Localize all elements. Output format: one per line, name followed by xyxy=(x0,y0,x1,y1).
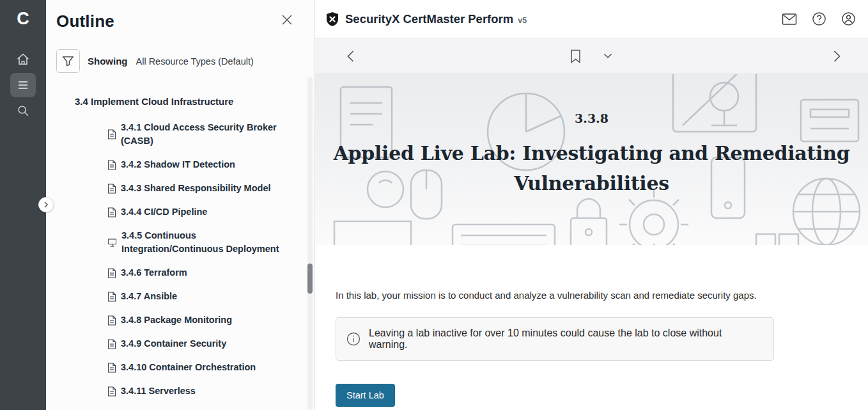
filter-button[interactable] xyxy=(56,49,80,73)
rail-search-button[interactable] xyxy=(10,99,36,123)
previous-page-button[interactable] xyxy=(342,48,359,65)
mail-icon xyxy=(782,13,797,26)
chevron-right-icon xyxy=(833,50,841,63)
outline-scrollbar-track[interactable] xyxy=(307,77,313,410)
close-icon xyxy=(281,14,293,26)
menu-icon xyxy=(17,79,29,91)
outline-item[interactable]: 3.4.10 Container Orchestration xyxy=(107,361,285,374)
outline-item[interactable]: 3.4.5 Continuous Integration/Continuous … xyxy=(107,229,285,256)
comptia-logo: C xyxy=(17,6,29,31)
account-button[interactable] xyxy=(840,11,856,28)
inactivity-notice: Leaving a lab inactive for over 10 minut… xyxy=(336,317,774,361)
outline-item[interactable]: 3.4.9 Container Security xyxy=(107,337,285,351)
app-window: C xyxy=(0,0,868,410)
outline-scrollbar-thumb[interactable] xyxy=(307,264,313,294)
outline-item[interactable]: 3.4.6 Terraform xyxy=(107,266,285,280)
outline-section-title[interactable]: 3.4 Implement Cloud Infrastructure xyxy=(75,96,304,107)
outline-item[interactable]: 3.4.8 Package Monitoring xyxy=(107,313,285,327)
chevron-right-icon xyxy=(43,201,49,208)
shield-x-icon xyxy=(325,12,339,27)
outline-item-label: 3.4.1 Cloud Access Security Broker (CASB… xyxy=(121,121,285,148)
home-icon xyxy=(16,52,30,67)
bookmark-menu-button[interactable] xyxy=(600,48,616,65)
document-icon xyxy=(107,268,116,278)
lesson-title: Applied Live Lab: Investigating and Reme… xyxy=(323,138,860,198)
rail-home-button[interactable] xyxy=(10,47,36,72)
account-icon xyxy=(841,12,856,26)
panel-collapse-button[interactable] xyxy=(38,197,54,212)
chevron-left-icon xyxy=(346,50,355,63)
document-icon xyxy=(107,184,116,194)
help-button[interactable] xyxy=(810,11,827,28)
rail-outline-button[interactable] xyxy=(10,73,36,97)
filter-showing-label: Showing xyxy=(88,56,128,67)
inactivity-notice-text: Leaving a lab inactive for over 10 minut… xyxy=(369,327,763,351)
document-icon xyxy=(107,363,116,373)
search-icon xyxy=(16,104,30,118)
lesson-content: In this lab, your mission is to conduct … xyxy=(315,245,868,407)
outline-item-label: 3.4.2 Shadow IT Detection xyxy=(121,158,235,171)
outline-panel-title: Outline xyxy=(56,12,114,31)
close-panel-button[interactable] xyxy=(281,14,293,26)
document-icon xyxy=(107,160,116,170)
outline-item-label: 3.4.11 Serverless xyxy=(121,384,196,398)
outline-list: 3.4.1 Cloud Access Security Broker (CASB… xyxy=(107,121,285,398)
main-header: SecurityX CertMaster Perform v5 xyxy=(315,0,868,38)
outline-panel: Outline Showing All Resource Types (Defa… xyxy=(46,0,315,410)
main-area: SecurityX CertMaster Perform v5 xyxy=(315,0,868,410)
outline-item[interactable]: 3.4.11 Serverless xyxy=(107,384,285,398)
document-icon xyxy=(107,292,116,302)
outline-item[interactable]: 3.4.2 Shadow IT Detection xyxy=(107,158,285,171)
product-title: SecurityX CertMaster Perform xyxy=(345,12,513,26)
filter-value[interactable]: All Resource Types (Default) xyxy=(136,56,254,67)
messages-button[interactable] xyxy=(781,11,798,28)
bookmark-icon xyxy=(570,49,581,63)
outline-item-label: 3.4.3 Shared Responsibility Model xyxy=(121,182,270,195)
lesson-hero-banner: 3.3.8 Applied Live Lab: Investigating an… xyxy=(315,74,868,245)
funnel-icon xyxy=(62,55,74,67)
outline-item[interactable]: 3.4.1 Cloud Access Security Broker (CASB… xyxy=(107,121,285,148)
document-icon xyxy=(107,129,116,139)
lesson-description: In this lab, your mission is to conduct … xyxy=(336,290,848,301)
product-version: v5 xyxy=(518,13,527,25)
document-icon xyxy=(107,339,116,349)
outline-item-label: 3.4.7 Ansible xyxy=(121,290,177,303)
monitor-icon xyxy=(107,238,117,248)
outline-item[interactable]: 3.4.7 Ansible xyxy=(107,290,285,303)
lesson-toolbar xyxy=(315,38,868,74)
outline-item-label: 3.4.9 Container Security xyxy=(121,337,226,351)
lesson-scroll-area: 3.3.8 Applied Live Lab: Investigating an… xyxy=(315,74,868,410)
document-icon xyxy=(107,315,116,326)
product-brand: SecurityX CertMaster Perform v5 xyxy=(325,12,527,27)
outline-item-label: 3.4.5 Continuous Integration/Continuous … xyxy=(121,229,285,256)
outline-item-label: 3.4.8 Package Monitoring xyxy=(121,313,232,327)
start-lab-button[interactable]: Start Lab xyxy=(336,384,395,407)
outline-item-label: 3.4.10 Container Orchestration xyxy=(121,361,256,374)
document-icon xyxy=(107,386,116,397)
info-icon xyxy=(346,332,360,346)
outline-item[interactable]: 3.4.4 CI/CD Pipeline xyxy=(107,205,285,219)
next-page-button[interactable] xyxy=(828,48,845,65)
document-icon xyxy=(107,207,116,217)
outline-item-label: 3.4.6 Terraform xyxy=(121,266,187,280)
chevron-down-icon xyxy=(603,53,612,59)
help-icon xyxy=(812,12,826,26)
outline-item-label: 3.4.4 CI/CD Pipeline xyxy=(121,205,207,219)
lesson-number: 3.3.8 xyxy=(575,111,608,125)
outline-item[interactable]: 3.4.3 Shared Responsibility Model xyxy=(107,182,285,195)
bookmark-button[interactable] xyxy=(568,48,584,65)
